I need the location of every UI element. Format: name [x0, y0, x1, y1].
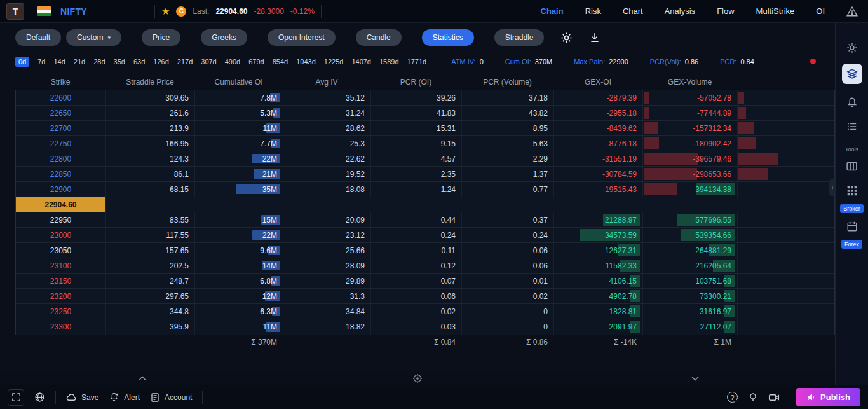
forex-badge[interactable]: Forex	[841, 240, 862, 249]
table-row[interactable]: 23250344.86.3M34.840.0201828.8131616.97	[16, 304, 834, 319]
expiry-day-7d[interactable]: 7d	[37, 58, 45, 66]
table-row[interactable]: 22650261.65.3M31.2441.8343.82-2955.18-77…	[16, 106, 834, 121]
target-icon[interactable]	[412, 373, 423, 384]
sidebar-gear-icon[interactable]	[846, 42, 858, 53]
download-icon[interactable]	[589, 32, 600, 43]
alert-button[interactable]: Alert	[109, 392, 140, 403]
calendar-icon[interactable]	[846, 221, 858, 232]
pcr-volume-cell: 0.06	[462, 258, 554, 273]
gex-value: -2879.39	[607, 94, 637, 102]
collapse-up-icon[interactable]	[137, 373, 147, 384]
favorite-star-icon[interactable]: ★	[161, 6, 170, 16]
nav-item-flow[interactable]: Flow	[717, 6, 734, 16]
expiry-day-854d[interactable]: 854d	[273, 58, 288, 66]
row-filler	[738, 212, 834, 227]
expiry-day-307d[interactable]: 307d	[201, 58, 216, 66]
table-row[interactable]: 23000117.5522M23.120.240.2434573.5953935…	[16, 228, 834, 243]
notifications-bell-icon[interactable]	[846, 97, 858, 108]
oi-value: 7.7M	[260, 139, 277, 148]
nav-item-multistrike[interactable]: MultiStrike	[756, 6, 795, 16]
expiry-day-126d[interactable]: 126d	[153, 58, 168, 66]
expiry-day-14d[interactable]: 14d	[54, 58, 65, 66]
nav-item-chart[interactable]: Chart	[623, 6, 643, 16]
table-row[interactable]: 22700213.911M28.6215.318.95-8439.62-1573…	[16, 121, 834, 136]
table-row[interactable]: 23100202.514M28.090.120.0611582.33216205…	[16, 258, 834, 274]
pill-candle[interactable]: Candle	[356, 29, 402, 46]
expiry-day-217d[interactable]: 217d	[177, 58, 193, 66]
expiry-day-679d[interactable]: 679d	[248, 58, 264, 66]
symbol-name[interactable]: NIFTY	[60, 6, 87, 17]
spot-price-row[interactable]: 22904.60	[16, 197, 834, 212]
column-header-pcr-oi-[interactable]: PCR (OI)	[370, 74, 461, 90]
pill-open-interest[interactable]: Open Interest	[268, 29, 336, 46]
watchlist-icon[interactable]	[846, 121, 858, 132]
table-row[interactable]: 23300395.911M18.820.0302091.9727112.07	[16, 319, 834, 335]
account-button[interactable]: Account	[150, 392, 192, 403]
pill-custom[interactable]: Custom▾	[66, 29, 121, 46]
expiry-day-0d[interactable]: 0d	[15, 57, 29, 67]
sidebar-expand-handle[interactable]: ‹	[829, 179, 836, 196]
table-row[interactable]: 23150248.76.8M29.890.070.014106.15103751…	[16, 274, 834, 289]
globe-icon[interactable]	[34, 392, 45, 403]
expiry-day-490d[interactable]: 490d	[225, 58, 240, 66]
strike-cell: 23150	[16, 274, 106, 288]
expiry-day-35d[interactable]: 35d	[114, 58, 125, 66]
gex-volume-cell: -77444.89	[643, 106, 738, 120]
pill-straddle[interactable]: Straddle	[494, 29, 545, 46]
table-row[interactable]: 23050157.659.6M25.660.110.0612627.312648…	[16, 243, 834, 258]
table-row[interactable]: 23200297.6512M31.30.060.024902.7873300.2…	[16, 289, 834, 304]
expiry-day-63d[interactable]: 63d	[133, 58, 145, 66]
sum-pcr-oi: Σ 0.84	[370, 335, 461, 349]
apps-grid-icon[interactable]	[846, 185, 858, 197]
table-row[interactable]: 2295083.5515M20.090.440.3721288.97577696…	[16, 212, 834, 228]
column-header-pcr-volume-[interactable]: PCR (Volume)	[461, 74, 553, 90]
column-header-cumulative-oi[interactable]: Cumulative OI	[194, 74, 283, 90]
app-logo[interactable]: T	[6, 3, 24, 20]
pill-statistics[interactable]: Statistics	[422, 29, 474, 46]
column-header-gex-oi[interactable]: GEX-OI	[553, 74, 642, 90]
lightbulb-icon[interactable]	[748, 392, 758, 403]
table-row[interactable]: 22800124.322M22.624.572.29-31551.19-3965…	[16, 151, 834, 167]
fullscreen-icon[interactable]	[8, 389, 24, 406]
pcr-volume-cell: 0.01	[462, 274, 554, 288]
table-row[interactable]: 2285086.121M19.522.351.37-30784.59-29865…	[16, 167, 834, 182]
table-row[interactable]: 2290068.1535M18.081.240.77-19515.4339413…	[16, 182, 834, 197]
expiry-day-1043d[interactable]: 1043d	[296, 58, 316, 66]
pill-price[interactable]: Price	[142, 29, 180, 46]
column-header-strike[interactable]: Strike	[15, 74, 105, 90]
alert-triangle-icon[interactable]	[846, 6, 858, 17]
gex-volume-cell: -157312.34	[643, 121, 738, 135]
table-row[interactable]: 22600309.657.8M35.1239.2637.18-2879.39-5…	[16, 90, 834, 106]
expiry-day-1771d[interactable]: 1771d	[407, 58, 427, 66]
column-header-straddle-price[interactable]: Straddle Price	[105, 74, 194, 90]
column-header-avg-iv[interactable]: Avg IV	[283, 74, 370, 90]
coin-icon[interactable]: C	[176, 6, 186, 17]
expiry-day-28d[interactable]: 28d	[93, 58, 105, 66]
layers-icon-active[interactable]	[842, 64, 862, 84]
expiry-day-1407d[interactable]: 1407d	[351, 58, 371, 66]
video-camera-icon[interactable]	[768, 392, 780, 403]
expiry-day-1589d[interactable]: 1589d	[379, 58, 399, 66]
pcr-oi-cell: 0.03	[371, 319, 462, 335]
table-row[interactable]: 22750166.957.7M25.39.155.63-8776.18-1809…	[16, 136, 834, 151]
pill-default[interactable]: Default	[15, 29, 61, 46]
column-header-gex-volume[interactable]: GEX-Volume	[642, 74, 737, 90]
nav-item-risk[interactable]: Risk	[585, 6, 601, 16]
gex-volume-cell: 27112.07	[643, 319, 738, 335]
sum-empty	[15, 335, 105, 349]
nav-item-oi[interactable]: OI	[816, 6, 825, 16]
settings-gear-icon[interactable]	[560, 32, 573, 44]
nav-item-chain[interactable]: Chain	[541, 6, 564, 16]
expiry-day-1225d[interactable]: 1225d	[324, 58, 344, 66]
avg-iv-cell: 22.62	[283, 151, 371, 166]
save-button[interactable]: Save	[66, 392, 98, 403]
panel-layout-icon[interactable]	[846, 160, 858, 172]
expiry-day-21d[interactable]: 21d	[74, 58, 85, 66]
help-icon[interactable]: ?	[727, 392, 738, 403]
publish-button[interactable]: Publish	[796, 388, 860, 406]
nav-item-analysis[interactable]: Analysis	[665, 6, 695, 16]
pill-greeks[interactable]: Greeks	[201, 29, 247, 46]
cumulative-oi-cell: 22M	[195, 151, 283, 166]
collapse-down-icon[interactable]	[690, 373, 700, 384]
broker-badge[interactable]: Broker	[840, 204, 864, 213]
